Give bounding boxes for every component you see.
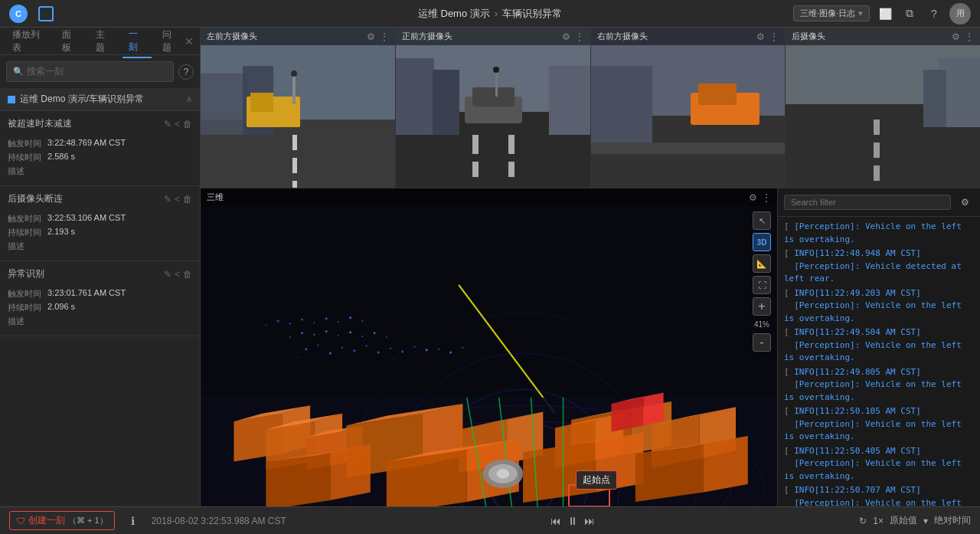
- single-panel-button[interactable]: ⬜: [876, 5, 894, 23]
- event-fields-1: 触发时间 3:22:48.769 AM CST 持续时间 2.586 s 描述: [0, 136, 200, 185]
- sidebar-close-button[interactable]: ✕: [185, 35, 194, 48]
- desc-label-3: 描述: [8, 316, 47, 327]
- search-bar: 🔍 搜索一刻 ?: [0, 55, 200, 88]
- share-icon-3[interactable]: <: [175, 269, 180, 280]
- svg-point-55: [438, 349, 439, 350]
- measure-button[interactable]: 📐: [753, 254, 771, 273]
- play-pause-button[interactable]: ⏸: [567, 515, 578, 527]
- view-3d-menu-icon[interactable]: ⋮: [762, 192, 771, 203]
- time-type-selector[interactable]: 绝对时间: [934, 514, 971, 527]
- event-field-trigger-3: 触发时间 3:23:01.761 AM CST: [8, 288, 192, 300]
- cursor-mode-button[interactable]: ↖: [753, 211, 771, 230]
- svg-point-7: [291, 70, 297, 77]
- view-3d-title: 三维: [207, 192, 749, 203]
- log-content[interactable]: [ [Perception]: Vehicle on the left is o…: [778, 217, 980, 534]
- search-help-button[interactable]: ?: [178, 64, 194, 80]
- svg-rect-6: [292, 74, 296, 104]
- tab-playlist[interactable]: 播放列表: [6, 25, 51, 57]
- chevron-down-icon: ▾: [858, 8, 863, 18]
- start-point-tooltip: 起始点: [576, 470, 617, 490]
- duration-label-3: 持续时间: [8, 302, 47, 313]
- camera-settings-icon-3[interactable]: ⚙: [756, 31, 765, 42]
- log-entry-6: [ INFO[11:22:50.405 AM CST] [Perception]…: [778, 444, 980, 484]
- event-name-1: 被超速时未减速: [8, 117, 164, 130]
- svg-rect-27: [698, 84, 737, 105]
- svg-point-45: [318, 344, 319, 346]
- log-entry-5: [ INFO[11:22:50.105 AM CST] [Perception]…: [778, 405, 980, 444]
- main-content: 左前方摄像头 ⚙ ⋮: [201, 28, 980, 534]
- section-chevron-icon[interactable]: ∧: [186, 94, 192, 104]
- camera-settings-icon-1[interactable]: ⚙: [367, 31, 375, 42]
- tab-theme[interactable]: 主题: [90, 25, 119, 57]
- svg-rect-32: [874, 120, 880, 135]
- lower-section: 三维 ⚙ ⋮: [201, 188, 980, 534]
- event-fields-3: 触发时间 3:23:01.761 AM CST 持续时间 2.096 s 描述: [0, 287, 200, 336]
- playback-speed[interactable]: 1×: [873, 516, 884, 526]
- svg-point-68: [277, 319, 279, 322]
- camera-menu-icon-2[interactable]: ⋮: [575, 31, 584, 42]
- camera-settings-icon-4[interactable]: ⚙: [952, 31, 960, 42]
- 3d-mode-button[interactable]: 3D: [753, 233, 771, 251]
- camera-menu-icon-3[interactable]: ⋮: [769, 31, 779, 42]
- delete-icon-1[interactable]: 🗑: [183, 119, 192, 129]
- split-panel-button[interactable]: ⧉: [900, 5, 919, 23]
- svg-point-79: [442, 354, 443, 355]
- svg-point-49: [366, 346, 368, 347]
- bottom-bar: 🛡 创建一刻 （⌘ + 1） ℹ 2018-08-02 3:22:53.988 …: [0, 506, 980, 534]
- log-search-input[interactable]: [784, 195, 951, 210]
- playback-controls: ⏮ ⏸ ⏭: [550, 515, 595, 527]
- svg-point-53: [413, 346, 415, 348]
- svg-marker-123: [704, 436, 748, 492]
- nav-icon[interactable]: [38, 6, 54, 21]
- camera-menu-icon-4[interactable]: ⋮: [965, 31, 974, 42]
- camera-view-4: 后摄像头 ⚙ ⋮: [786, 28, 980, 188]
- app-logo[interactable]: C: [9, 5, 28, 23]
- svg-point-60: [313, 334, 315, 336]
- svg-point-72: [325, 317, 328, 319]
- svg-point-66: [386, 336, 387, 338]
- svg-point-67: [265, 324, 266, 326]
- right-panel: ⚙ [ [Perception]: Vehicle on the left is…: [777, 188, 980, 534]
- view-3d-settings-icon[interactable]: ⚙: [749, 192, 757, 203]
- refresh-icon[interactable]: ↻: [859, 516, 867, 526]
- svg-rect-33: [874, 143, 880, 158]
- svg-rect-29: [591, 143, 786, 154]
- svg-rect-16: [472, 162, 479, 177]
- section-label: 运维 Demo 演示/车辆识别异常: [20, 93, 186, 106]
- camera-settings-icon-2[interactable]: ⚙: [562, 31, 570, 42]
- tab-issue[interactable]: 问题: [156, 25, 185, 57]
- info-button[interactable]: ℹ: [124, 512, 142, 530]
- tab-moment[interactable]: 一刻: [122, 25, 152, 58]
- edit-icon-2[interactable]: ✎: [164, 194, 172, 205]
- fullscreen-button[interactable]: ⛶: [753, 276, 771, 294]
- event-field-desc-2: 描述: [8, 241, 192, 252]
- log-settings-button[interactable]: ⚙: [956, 193, 974, 211]
- value-type-selector[interactable]: 原始值: [890, 514, 917, 527]
- zoom-out-button[interactable]: -: [753, 333, 771, 352]
- 3d-scene: [201, 188, 777, 534]
- event-field-desc-3: 描述: [8, 316, 192, 327]
- edit-icon-3[interactable]: ✎: [164, 269, 172, 280]
- edit-icon-1[interactable]: ✎: [164, 119, 172, 129]
- svg-point-63: [349, 331, 351, 333]
- event-actions-3: ✎ < 🗑: [164, 269, 192, 280]
- skip-forward-button[interactable]: ⏭: [584, 515, 595, 527]
- skip-back-button[interactable]: ⏮: [550, 515, 561, 527]
- view-mode-selector[interactable]: 三维·图像·日志 ▾: [793, 5, 870, 21]
- zoom-in-button[interactable]: +: [753, 297, 771, 316]
- event-group-2: 后摄像头断连 ✎ < 🗑 触发时间 3:22:53.106 AM CST 持续时…: [0, 186, 200, 261]
- view-3d-header: 三维 ⚙ ⋮: [201, 188, 777, 206]
- avatar[interactable]: 用: [949, 3, 971, 25]
- share-icon-2[interactable]: <: [175, 194, 180, 205]
- delete-icon-2[interactable]: 🗑: [183, 194, 192, 205]
- tab-panel[interactable]: 面板: [56, 25, 85, 57]
- help-button[interactable]: ?: [925, 5, 943, 23]
- delete-icon-3[interactable]: 🗑: [183, 269, 192, 280]
- create-moment-button[interactable]: 🛡 创建一刻 （⌘ + 1）: [9, 511, 115, 530]
- camera-menu-icon-1[interactable]: ⋮: [380, 31, 389, 42]
- log-entry-0: [ [Perception]: Vehicle on the left is o…: [778, 220, 980, 247]
- share-icon-1[interactable]: <: [175, 119, 180, 129]
- svg-point-23: [493, 67, 499, 73]
- svg-point-77: [345, 355, 347, 356]
- search-input-wrapper[interactable]: 🔍 搜索一刻: [6, 61, 174, 82]
